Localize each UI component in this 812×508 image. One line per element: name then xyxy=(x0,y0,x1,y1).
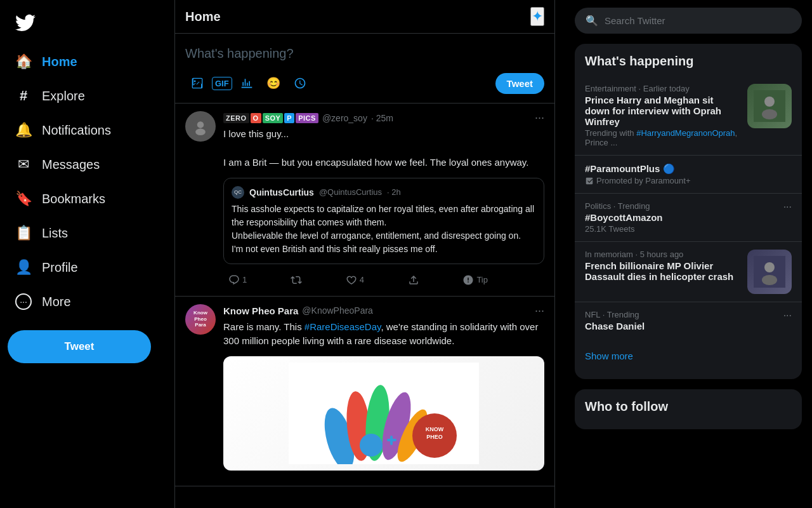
trending-trending-with: Trending with #HarryandMegranonOprah, Pr… xyxy=(585,128,740,147)
username-badge-p: P xyxy=(284,113,294,123)
tweet-more-button-2[interactable]: ··· xyxy=(535,304,544,318)
retweet-button[interactable] xyxy=(285,272,307,288)
quoted-tweet[interactable]: QC QuintusCurtius @QuintusCurtius · 2h T… xyxy=(223,178,544,264)
trending-item-harry[interactable]: Entertainment · Earlier today Prince Har… xyxy=(575,76,802,155)
trending-item-dassault[interactable]: In memoriam · 5 hours ago French billion… xyxy=(575,242,802,302)
svg-text:PHEO: PHEO xyxy=(426,434,443,440)
sidebar-item-bookmarks-label: Bookmarks xyxy=(42,192,105,206)
trending-item-image-dassault xyxy=(747,250,792,294)
hashtag-rarediseaseday[interactable]: #RareDiseaseDay xyxy=(304,321,381,332)
tweet-image: KNOW PHEO xyxy=(223,356,544,471)
trending-item-paramount[interactable]: #ParamountPlus 🔵 Promoted by Paramount+ xyxy=(575,156,802,193)
trending-name-paramount: #ParamountPlus 🔵 xyxy=(585,163,792,175)
tweet-user-info-2: Know Pheo Para @KnowPheoPara xyxy=(223,305,373,316)
compose-placeholder[interactable]: What's happening? xyxy=(185,41,544,66)
quoted-tweet-header: QC QuintusCurtius @QuintusCurtius · 2h xyxy=(232,186,536,199)
sidebar-item-notifications[interactable]: 🔔 Notifications xyxy=(8,114,167,146)
tip-button[interactable]: Tip xyxy=(457,272,493,288)
trending-item-chase[interactable]: NFL · Trending Chase Daniel ··· xyxy=(575,302,802,340)
quoted-time: · 2h xyxy=(387,187,401,197)
sidebar-item-home-label: Home xyxy=(42,55,77,69)
poll-button[interactable] xyxy=(235,71,259,95)
emoji-button[interactable]: 😊 xyxy=(261,71,285,95)
trending-name: Prince Harry and Meghan sit down for int… xyxy=(585,95,740,127)
compose-tweet-button[interactable]: Tweet xyxy=(495,73,544,94)
tweet-handle-2: @KnowPheoPara xyxy=(302,305,373,316)
main-header: Home ✦ xyxy=(175,0,554,34)
list-icon: 📋 xyxy=(15,225,32,241)
like-button[interactable]: 4 xyxy=(341,272,369,288)
svg-rect-14 xyxy=(390,436,393,445)
show-more-link[interactable]: Show more xyxy=(575,340,802,371)
tweet-handle: @zero_soy xyxy=(322,113,367,123)
sidebar-item-explore-label: Explore xyxy=(42,89,85,104)
trending-item-image xyxy=(747,84,792,128)
trending-name-dassault: French billionaire MP Olivier Dassault d… xyxy=(585,260,740,282)
svg-point-19 xyxy=(764,262,775,272)
tweet-username-2: Know Pheo Para xyxy=(223,305,298,316)
trending-more-button-2[interactable]: ··· xyxy=(783,310,792,321)
sidebar-item-more[interactable]: ··· More xyxy=(8,286,167,318)
svg-point-17 xyxy=(762,109,777,119)
username-badge-pics: PICS xyxy=(296,113,318,123)
trending-item-boycott[interactable]: Politics · Trending #BoycottAmazon 25.1K… xyxy=(575,194,802,241)
tweet-more-button[interactable]: ··· xyxy=(535,111,544,124)
tweet-card[interactable]: ZERO O SOY P PICS @zero_soy · 25m ··· I … xyxy=(175,104,554,297)
share-button[interactable] xyxy=(403,272,424,288)
username-badge-soy: SOY xyxy=(263,113,284,123)
tweet-text-2: Rare is many. This #RareDiseaseDay, we'r… xyxy=(223,320,544,349)
main-feed: Home ✦ What's happening? GIF 😊 Tweet xyxy=(174,0,555,508)
trending-category: Entertainment · Earlier today xyxy=(585,84,740,93)
twitter-logo[interactable] xyxy=(8,5,167,43)
trending-more-button[interactable]: ··· xyxy=(783,201,792,213)
sparkle-button[interactable]: ✦ xyxy=(530,7,544,26)
compose-icon-group: GIF 😊 xyxy=(185,71,312,95)
avatar xyxy=(185,111,216,142)
quoted-avatar: QC xyxy=(232,186,244,199)
tweet-actions: 1 4 Tip xyxy=(223,272,493,288)
whats-happening-title: What's happening xyxy=(575,51,802,76)
tweet-body-2: Know Pheo Para @KnowPheoPara ··· Rare is… xyxy=(223,304,544,478)
avatar-know-pheo: KnowPheoPara xyxy=(185,304,216,335)
tweet-button[interactable]: Tweet xyxy=(8,330,151,363)
quoted-handle: @QuintusCurtius xyxy=(319,187,382,197)
quoted-username: QuintusCurtius xyxy=(249,187,314,197)
who-to-follow-title: Who to follow xyxy=(575,397,802,422)
sidebar-item-notifications-label: Notifications xyxy=(42,123,111,138)
image-upload-button[interactable] xyxy=(185,71,209,95)
sidebar-item-home[interactable]: 🏠 Home xyxy=(8,46,167,77)
promoted-tag: Promoted by Paramount+ xyxy=(585,176,792,185)
sidebar-item-lists[interactable]: 📋 Lists xyxy=(8,217,167,249)
sidebar-item-profile[interactable]: 👤 Profile xyxy=(8,251,167,283)
trending-item-left-5: NFL · Trending Chase Daniel xyxy=(585,310,776,333)
home-icon: 🏠 xyxy=(15,53,32,70)
sidebar-item-explore[interactable]: # Explore xyxy=(8,80,167,112)
schedule-button[interactable] xyxy=(288,71,312,95)
follow-section: Who to follow xyxy=(575,389,802,429)
gif-button[interactable]: GIF xyxy=(212,77,232,90)
username-badge-o: O xyxy=(251,113,261,123)
search-bar[interactable]: 🔍 xyxy=(575,8,802,34)
trending-item-left-3: Politics · Trending #BoycottAmazon 25.1K… xyxy=(585,201,776,234)
tweet-header-2: Know Pheo Para @KnowPheoPara ··· xyxy=(223,304,544,318)
sidebar-item-bookmarks[interactable]: 🔖 Bookmarks xyxy=(8,183,167,215)
svg-point-2 xyxy=(195,129,206,136)
bell-icon: 🔔 xyxy=(15,122,32,138)
trending-name-chase: Chase Daniel xyxy=(585,321,776,331)
trending-section: What's happening Entertainment · Earlier… xyxy=(575,44,802,379)
tweet-user-info: ZERO O SOY P PICS @zero_soy · 25m xyxy=(223,113,393,123)
compose-area: What's happening? GIF 😊 Tweet xyxy=(175,34,554,104)
trending-item-left-4: In memoriam · 5 hours ago French billion… xyxy=(585,250,740,283)
svg-point-20 xyxy=(762,275,777,285)
reply-button[interactable]: 1 xyxy=(223,272,252,288)
tweet-time: · 25m xyxy=(371,113,393,123)
quoted-text: This asshole expects to capitalize on he… xyxy=(232,203,536,256)
search-icon: 🔍 xyxy=(586,15,598,27)
svg-point-1 xyxy=(197,121,204,128)
sidebar-item-messages[interactable]: ✉ Messages xyxy=(8,149,167,180)
tweet-card-2[interactable]: KnowPheoPara Know Pheo Para @KnowPheoPar… xyxy=(175,297,554,486)
sidebar-item-lists-label: Lists xyxy=(42,226,68,241)
compose-actions: GIF 😊 Tweet xyxy=(185,71,544,95)
trending-item-left-2: #ParamountPlus 🔵 Promoted by Paramount+ xyxy=(585,163,792,185)
search-input[interactable] xyxy=(605,15,791,26)
